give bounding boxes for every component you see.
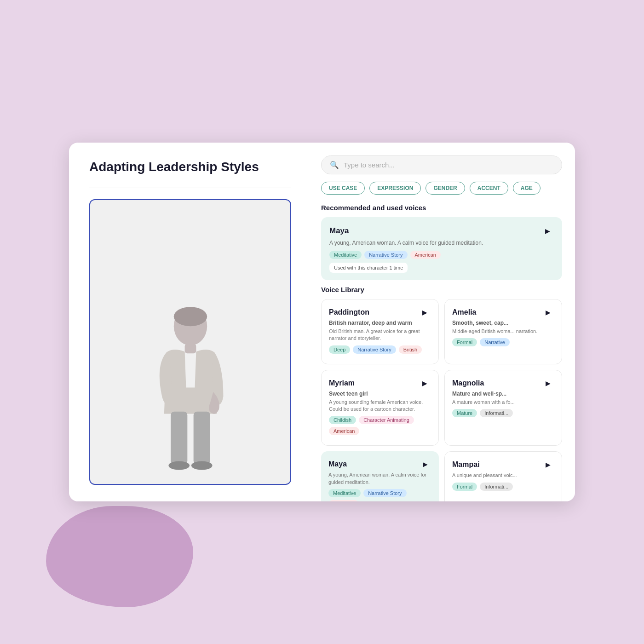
magnolia-subtitle: Mature and well-sp... <box>452 391 554 397</box>
tag-deep: Deep <box>329 345 350 354</box>
tag-meditative-2: Meditative <box>328 489 361 497</box>
amelia-name: Amelia <box>452 308 476 316</box>
main-card: Adapting Leadership Styles <box>69 143 575 501</box>
recommended-section-title: Recommended and used voices <box>321 204 562 212</box>
tag-american-m: American <box>329 427 359 435</box>
tags-row-maya: Meditative Narrative Story American <box>329 251 554 259</box>
paddington-tags: Deep Narrative Story British <box>329 345 431 354</box>
left-panel: Adapting Leadership Styles <box>69 143 308 501</box>
amelia-subtitle: Smooth, sweet, cap... <box>452 320 554 326</box>
character-frame <box>89 199 291 485</box>
voice-card-maya2[interactable]: Maya ▶ A young, American woman. A calm v… <box>321 451 439 501</box>
divider <box>89 188 291 188</box>
paddington-subtitle: British narrator, deep and warm <box>329 320 431 326</box>
voice-card-paddington[interactable]: Paddington ▶ British narrator, deep and … <box>321 299 439 364</box>
maya2-name: Maya <box>328 460 347 468</box>
play-button-paddington[interactable]: ▶ <box>418 306 431 319</box>
tag-narrative-2: Narrative Story <box>363 489 406 497</box>
play-button-amelia[interactable]: ▶ <box>541 306 554 319</box>
mampai-desc: A unique and pleasant voic... <box>452 472 554 479</box>
person-icon <box>140 300 241 484</box>
filter-row: USE CASE EXPRESSION GENDER ACCENT AGE <box>321 182 562 195</box>
svg-point-1 <box>173 307 207 326</box>
search-bar[interactable]: 🔍 Type to search... <box>321 155 562 174</box>
voices-grid: Paddington ▶ British narrator, deep and … <box>321 299 562 501</box>
tag-american: American <box>410 251 441 259</box>
maya2-desc: A young, American woman. A calm voice fo… <box>328 472 431 486</box>
recommended-voice-maya[interactable]: Maya ▶ A young, American woman. A calm v… <box>321 217 562 280</box>
voice-card-amelia[interactable]: Amelia ▶ Smooth, sweet, cap... Middle-ag… <box>444 299 562 364</box>
paddington-header: Paddington ▶ <box>329 306 431 319</box>
svg-rect-3 <box>171 412 187 464</box>
mampai-tags: Formal Informati... <box>452 483 554 491</box>
filter-gender[interactable]: GENDER <box>426 182 465 195</box>
mampai-name: Mampai <box>452 460 480 469</box>
amelia-header: Amelia ▶ <box>452 306 554 319</box>
voice-library-title: Voice Library <box>321 286 562 293</box>
tag-meditative: Meditative <box>329 251 362 259</box>
tag-formal-mp: Formal <box>452 483 477 491</box>
play-button-mampai[interactable]: ▶ <box>541 458 554 471</box>
tag-narrative-story-p: Narrative Story <box>353 345 396 354</box>
voices-list: Recommended and used voices Maya ▶ A you… <box>321 204 562 501</box>
voice-card-myriam[interactable]: Myriam ▶ Sweet teen girl A young soundin… <box>321 370 439 446</box>
search-placeholder: Type to search... <box>344 161 395 169</box>
myriam-tags: Childish Character Animating American <box>329 416 431 435</box>
background-blob <box>46 506 193 607</box>
voice-description-maya: A young, American woman. A calm voice fo… <box>329 239 554 247</box>
magnolia-header: Magnolia ▶ <box>452 377 554 390</box>
myriam-header: Myriam ▶ <box>329 377 431 390</box>
tag-narrative-story: Narrative Story <box>364 251 407 259</box>
paddington-name: Paddington <box>329 308 369 316</box>
play-button-maya2[interactable]: ▶ <box>419 458 431 471</box>
svg-rect-2 <box>184 344 196 353</box>
amelia-tags: Formal Narrative <box>452 338 554 346</box>
tag-childish: Childish <box>329 416 356 424</box>
magnolia-desc: A mature woman with a fo... <box>452 399 554 406</box>
voice-card-magnolia[interactable]: Magnolia ▶ Mature and well-sp... A matur… <box>444 370 562 446</box>
search-icon: 🔍 <box>330 161 339 169</box>
magnolia-name: Magnolia <box>452 379 484 387</box>
tag-formal-a: Formal <box>452 338 477 346</box>
maya2-tags: Meditative Narrative Story American <box>328 489 431 501</box>
paddington-desc: Old British man. A great voice for a gre… <box>329 328 431 342</box>
svg-rect-4 <box>193 412 210 464</box>
right-panel: 🔍 Type to search... USE CASE EXPRESSION … <box>308 143 575 501</box>
page-title: Adapting Leadership Styles <box>89 159 291 175</box>
character-silhouette <box>90 200 290 484</box>
filter-age[interactable]: AGE <box>513 182 540 195</box>
voice-card-header: Maya ▶ <box>329 224 554 237</box>
magnolia-tags: Mature Informati... <box>452 409 554 417</box>
maya2-header: Maya ▶ <box>328 458 431 471</box>
tag-informative-mg: Informati... <box>480 409 513 417</box>
used-badge-maya: Used with this character 1 time <box>329 263 408 273</box>
mampai-header: Mampai ▶ <box>452 458 554 471</box>
svg-point-5 <box>168 461 190 470</box>
play-button-myriam[interactable]: ▶ <box>418 377 431 390</box>
tag-character-animating: Character Animating <box>359 416 414 424</box>
amelia-desc: Middle-aged British woma... narration. <box>452 328 554 335</box>
tag-american-2: American <box>328 500 359 501</box>
tag-informative-mp: Informati... <box>480 483 513 491</box>
myriam-desc: A young sounding female American voice. … <box>329 399 431 413</box>
filter-expression[interactable]: EXPRESSION <box>369 182 421 195</box>
filter-use-case[interactable]: USE CASE <box>321 182 365 195</box>
tag-narrative-a: Narrative <box>480 338 510 346</box>
tag-mature: Mature <box>452 409 477 417</box>
svg-point-6 <box>191 461 212 470</box>
myriam-subtitle: Sweet teen girl <box>329 391 431 397</box>
play-button-maya[interactable]: ▶ <box>541 224 554 237</box>
play-button-magnolia[interactable]: ▶ <box>541 377 554 390</box>
tag-british: British <box>399 345 422 354</box>
voice-card-mampai[interactable]: Mampai ▶ A unique and pleasant voic... F… <box>444 451 562 501</box>
voice-name: Maya <box>329 226 349 236</box>
myriam-name: Myriam <box>329 379 355 387</box>
filter-accent[interactable]: ACCENT <box>470 182 508 195</box>
